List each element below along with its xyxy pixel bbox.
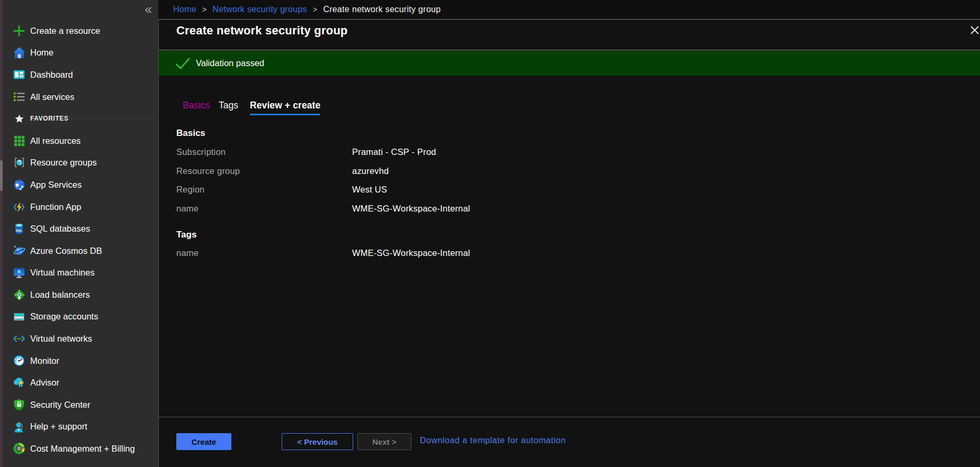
svg-text:SQL: SQL — [16, 228, 23, 232]
